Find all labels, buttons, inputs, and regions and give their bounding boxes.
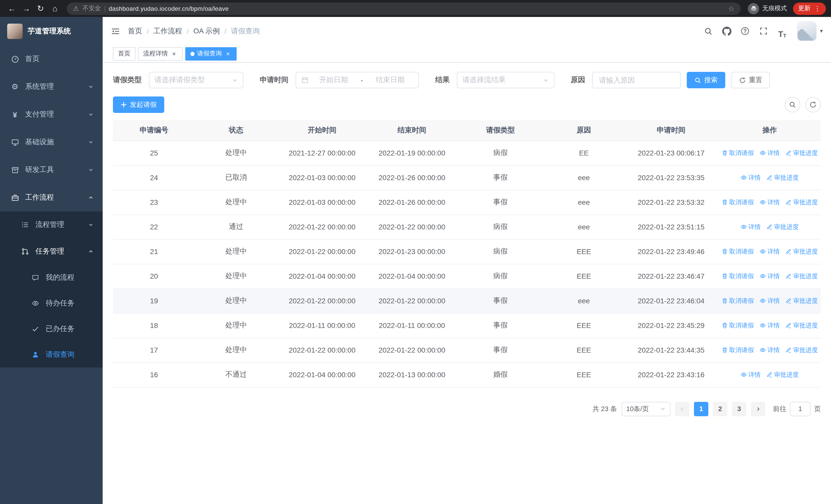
cancel-leave-link[interactable]: 取消请假 (721, 321, 754, 330)
close-icon[interactable]: × (170, 50, 178, 57)
user-menu[interactable]: ▾ (797, 21, 823, 41)
cell-actions: 取消请假 详情 审批进度 (719, 289, 821, 313)
breadcrumb-item[interactable]: 首页 (128, 26, 142, 36)
home-icon[interactable]: ⌂ (48, 2, 62, 15)
page-size-select[interactable]: 10条/页 (622, 402, 670, 416)
detail-link[interactable]: 详情 (741, 370, 761, 379)
detail-link[interactable]: 详情 (741, 173, 761, 182)
approval-progress-link[interactable]: 审批进度 (785, 272, 818, 280)
refresh-table-button[interactable] (805, 97, 821, 112)
table-row[interactable]: 18 处理中 2022-01-11 00:00:00 2022-01-11 00… (113, 313, 821, 338)
avatar[interactable] (797, 21, 817, 41)
approval-progress-link[interactable]: 审批进度 (785, 198, 818, 207)
detail-link[interactable]: 详情 (760, 198, 780, 207)
approval-progress-link[interactable]: 审批进度 (785, 149, 818, 157)
cancel-leave-link[interactable]: 取消请假 (721, 247, 754, 256)
browser-menu-icon[interactable]: ⋮ (814, 5, 821, 12)
total-count-label: 共 23 条 (593, 404, 617, 413)
url-text[interactable]: dashboard.yudao.iocoder.cn/bpm/oa/leave (109, 5, 229, 12)
sidebar-collapse-icon[interactable] (111, 26, 120, 36)
next-page-button[interactable] (751, 402, 765, 416)
sidebar-item-home[interactable]: 首页 (0, 45, 103, 73)
cancel-leave-link[interactable]: 取消请假 (721, 149, 754, 157)
forward-icon[interactable]: → (20, 2, 33, 15)
approval-progress-link[interactable]: 审批进度 (766, 223, 799, 231)
font-size-icon[interactable]: TT (775, 24, 790, 38)
search-button[interactable]: 搜索 (687, 72, 725, 88)
page-button-3[interactable]: 3 (732, 402, 746, 416)
cancel-leave-link[interactable]: 取消请假 (721, 272, 754, 280)
sidebar-item-workflow[interactable]: 工作流程 (0, 184, 103, 211)
tab-process-detail[interactable]: 流程详情 × (138, 47, 183, 60)
detail-label: 详情 (767, 149, 780, 157)
table-row[interactable]: 20 处理中 2022-01-04 00:00:00 2022-01-04 00… (113, 264, 821, 289)
table-row[interactable]: 19 处理中 2022-01-22 00:00:00 2022-01-22 00… (113, 289, 821, 313)
sidebar-item-system[interactable]: ⚙ 系统管理 (0, 73, 103, 100)
browser-update-button[interactable]: 更新 ⋮ (793, 2, 826, 14)
sidebar-item-process-management[interactable]: 流程管理 (0, 211, 103, 238)
approval-progress-link[interactable]: 审批进度 (785, 247, 818, 256)
col-start-time: 开始时间 (277, 120, 367, 141)
approval-progress-link[interactable]: 审批进度 (785, 346, 818, 354)
detail-link[interactable]: 详情 (760, 321, 780, 330)
sidebar-item-todo-tasks[interactable]: 待办任务 (0, 291, 103, 316)
cancel-leave-link[interactable]: 取消请假 (721, 296, 754, 305)
cell-end-time: 2022-01-04 00:00:00 (367, 264, 457, 289)
sidebar-item-payment[interactable]: ¥ 支付管理 (0, 100, 103, 128)
tab-home[interactable]: 首页 (113, 47, 136, 60)
refresh-icon[interactable]: ↻ (34, 2, 47, 15)
sidebar-item-infrastructure[interactable]: 基础设施 (0, 128, 103, 156)
detail-link[interactable]: 详情 (760, 247, 780, 256)
table-row[interactable]: 16 不通过 2022-01-04 00:00:00 2022-01-13 00… (113, 362, 821, 387)
page-button-1[interactable]: 1 (694, 402, 708, 416)
help-icon[interactable] (738, 24, 753, 38)
back-icon[interactable]: ← (5, 2, 19, 15)
table-row[interactable]: 23 处理中 2022-01-03 00:00:00 2022-01-26 00… (113, 190, 821, 214)
prev-page-button[interactable] (675, 402, 689, 416)
cell-apply-no: 25 (113, 141, 195, 165)
tab-leave-query[interactable]: 请假查询 × (185, 47, 237, 60)
detail-label: 详情 (767, 198, 780, 207)
sidebar-item-leave-query[interactable]: 请假查询 (0, 342, 103, 367)
sidebar-item-done-tasks[interactable]: 已办任务 (0, 316, 103, 342)
breadcrumb-item[interactable]: OA 示例 (194, 26, 220, 36)
table-row[interactable]: 21 处理中 2022-01-22 00:00:00 2022-01-23 00… (113, 239, 821, 264)
approval-progress-link[interactable]: 审批进度 (785, 296, 818, 305)
toggle-search-button[interactable] (785, 97, 800, 112)
search-icon[interactable] (701, 24, 716, 38)
table-row[interactable]: 24 已取消 2022-01-03 00:00:00 2022-01-26 00… (113, 165, 821, 190)
result-select[interactable]: 请选择流结果 (457, 72, 554, 88)
fullscreen-icon[interactable] (756, 24, 771, 38)
address-bar[interactable]: ⚠ 不安全 dashboard.yudao.iocoder.cn/bpm/oa/… (67, 2, 741, 14)
table-row[interactable]: 17 处理中 2022-01-22 00:00:00 2022-01-22 00… (113, 338, 821, 362)
apply-time-range-picker[interactable]: 开始日期 - 结束日期 (296, 72, 419, 88)
cancel-leave-link[interactable]: 取消请假 (721, 198, 754, 207)
detail-link[interactable]: 详情 (760, 346, 780, 354)
detail-link[interactable]: 详情 (741, 223, 761, 231)
close-icon[interactable]: × (224, 50, 231, 57)
create-leave-button[interactable]: 发起请假 (113, 96, 164, 113)
detail-link[interactable]: 详情 (760, 272, 780, 280)
cancel-leave-link[interactable]: 取消请假 (721, 346, 754, 354)
reason-input[interactable] (592, 72, 681, 88)
bookmark-star-icon[interactable]: ☆ (728, 4, 735, 12)
reset-button[interactable]: 重置 (732, 72, 770, 88)
approval-progress-link[interactable]: 审批进度 (785, 321, 818, 330)
security-label[interactable]: 不安全 (82, 4, 101, 13)
approval-progress-link[interactable]: 审批进度 (766, 173, 799, 182)
github-icon[interactable] (719, 24, 734, 38)
leave-type-select[interactable]: 请选择请假类型 (149, 72, 243, 88)
sidebar-item-task-management[interactable]: 任务管理 (0, 238, 103, 265)
sidebar-item-devtools[interactable]: 研发工具 (0, 156, 103, 184)
table-row[interactable]: 22 通过 2022-01-22 00:00:00 2022-01-22 00:… (113, 214, 821, 239)
detail-link[interactable]: 详情 (760, 149, 780, 157)
goto-page-input[interactable] (790, 402, 810, 416)
breadcrumb-separator: / (187, 27, 189, 35)
app-logo[interactable]: 芋道管理系统 (0, 17, 103, 45)
sidebar-item-my-process[interactable]: 我的流程 (0, 265, 103, 291)
approval-progress-link[interactable]: 审批进度 (766, 370, 799, 379)
page-button-2[interactable]: 2 (713, 402, 727, 416)
detail-link[interactable]: 详情 (760, 296, 780, 305)
breadcrumb-item[interactable]: 工作流程 (153, 26, 182, 36)
table-row[interactable]: 25 处理中 2021-12-27 00:00:00 2022-01-19 00… (113, 141, 821, 165)
